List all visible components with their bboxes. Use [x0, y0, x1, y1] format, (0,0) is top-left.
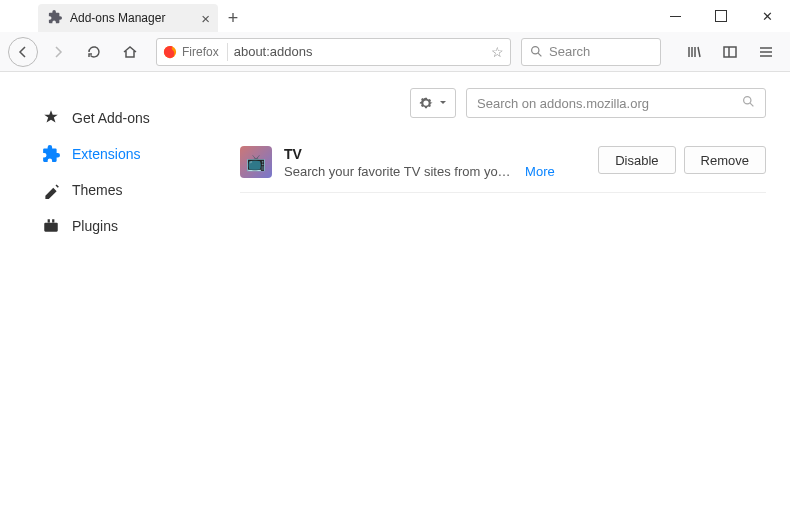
identity-box[interactable]: Firefox: [163, 43, 228, 61]
sidebar-item-plugins[interactable]: Plugins: [42, 208, 240, 244]
close-window-button[interactable]: [744, 0, 790, 32]
sidebar-item-extensions[interactable]: Extensions: [42, 136, 240, 172]
content: Get Add-ons Extensions Themes Plugins: [0, 72, 790, 526]
svg-rect-7: [52, 219, 54, 222]
extension-description: Search your favorite TV sites from yo…: [284, 164, 511, 179]
minimize-button[interactable]: [652, 0, 698, 32]
window-controls: [652, 0, 790, 32]
home-button[interactable]: [114, 36, 146, 68]
gear-icon: [419, 96, 433, 110]
chevron-down-icon: [439, 99, 447, 107]
svg-point-1: [532, 47, 539, 54]
svg-rect-6: [48, 219, 50, 222]
addons-icon: [48, 10, 62, 27]
url-bar[interactable]: Firefox about:addons ☆: [156, 38, 511, 66]
nav-toolbar: Firefox about:addons ☆ Search: [0, 32, 790, 72]
search-bar[interactable]: Search: [521, 38, 661, 66]
extension-name: TV: [284, 146, 586, 162]
main-panel: Search on addons.mozilla.org 📺 TV Search…: [240, 72, 790, 526]
search-icon: [530, 45, 543, 58]
library-button[interactable]: [678, 36, 710, 68]
browser-tab[interactable]: Add-ons Manager ×: [38, 4, 218, 32]
sidebar-label: Themes: [72, 182, 123, 198]
more-link[interactable]: More: [525, 164, 555, 179]
sidebar-label: Extensions: [72, 146, 140, 162]
themes-icon: [42, 181, 60, 199]
search-placeholder: Search: [549, 44, 590, 59]
back-button[interactable]: [8, 37, 38, 67]
new-tab-button[interactable]: +: [218, 4, 248, 32]
extension-info: TV Search your favorite TV sites from yo…: [284, 146, 586, 180]
forward-button[interactable]: [42, 36, 74, 68]
reload-button[interactable]: [78, 36, 110, 68]
sidebar-label: Plugins: [72, 218, 118, 234]
remove-button[interactable]: Remove: [684, 146, 766, 174]
amo-search-input[interactable]: Search on addons.mozilla.org: [466, 88, 766, 118]
sidebar-item-get-addons[interactable]: Get Add-ons: [42, 100, 240, 136]
extensions-icon: [42, 145, 60, 163]
identity-label: Firefox: [182, 45, 219, 59]
svg-rect-5: [44, 223, 58, 232]
main-header: Search on addons.mozilla.org: [240, 88, 766, 118]
svg-line-9: [750, 103, 753, 106]
plugins-icon: [42, 217, 60, 235]
svg-line-2: [538, 53, 541, 56]
url-text: about:addons: [234, 44, 485, 59]
svg-rect-3: [724, 47, 736, 57]
sidebar-toggle-button[interactable]: [714, 36, 746, 68]
extension-icon: 📺: [240, 146, 272, 178]
get-addons-icon: [42, 109, 60, 127]
svg-point-8: [744, 97, 751, 104]
tab-title: Add-ons Manager: [70, 11, 165, 25]
amo-search-placeholder: Search on addons.mozilla.org: [477, 96, 649, 111]
menu-button[interactable]: [750, 36, 782, 68]
extension-row[interactable]: 📺 TV Search your favorite TV sites from …: [240, 134, 766, 193]
bookmark-star-icon[interactable]: ☆: [491, 44, 504, 60]
sidebar: Get Add-ons Extensions Themes Plugins: [0, 72, 240, 526]
disable-button[interactable]: Disable: [598, 146, 675, 174]
sidebar-item-themes[interactable]: Themes: [42, 172, 240, 208]
tab-close-icon[interactable]: ×: [201, 10, 210, 27]
search-icon: [742, 95, 755, 111]
firefox-icon: [163, 45, 177, 59]
maximize-button[interactable]: [698, 0, 744, 32]
titlebar: Add-ons Manager × +: [0, 0, 790, 32]
sidebar-label: Get Add-ons: [72, 110, 150, 126]
extension-actions: Disable Remove: [598, 146, 766, 174]
tools-menu-button[interactable]: [410, 88, 456, 118]
